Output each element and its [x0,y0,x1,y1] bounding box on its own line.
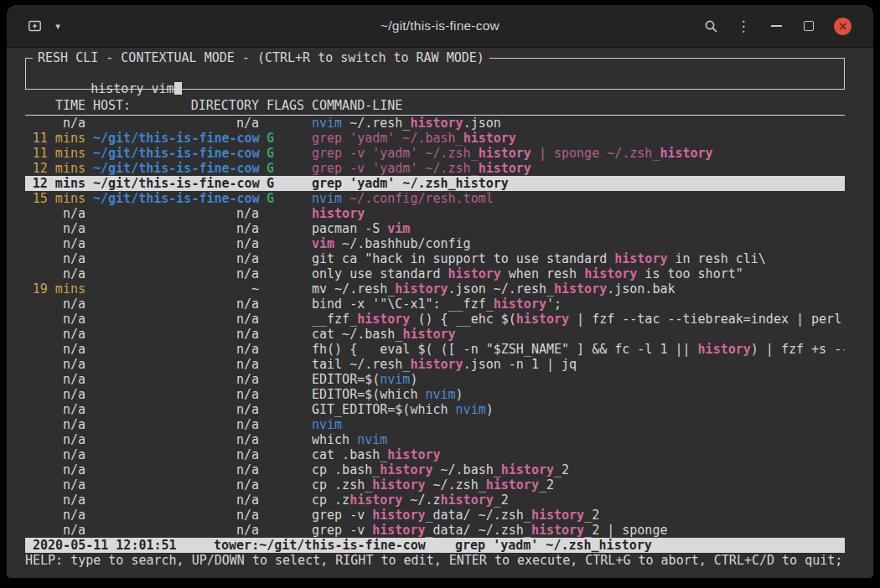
table-row[interactable]: n/an/acat ~/.bash_history [25,327,845,342]
time-cell: n/a [25,357,85,372]
table-row[interactable]: n/an/aEDITOR=$(which nvim) [25,387,845,402]
command-cell: pacman -S vim [312,221,845,236]
table-row[interactable]: n/an/acp .zsh_history ~/.zsh_history_2 [25,477,845,493]
time-cell: 11 mins [25,146,85,161]
status-bar: 2020-05-11 12:01:51 tower:~/git/this-is-… [25,538,845,553]
menu-button[interactable]: ⋮ [736,15,751,37]
table-row[interactable]: 11 mins~/git/this-is-fine-cowGgrep 'yadm… [25,131,845,146]
command-segment: ~/.z [402,493,440,508]
time-cell: n/a [25,327,85,342]
flags-cell [267,432,304,447]
command-segment: nvim [357,432,387,447]
command-cell: vim ~/.bashhub/config [312,236,845,251]
command-segment: history [349,493,402,508]
command-segment: ~/.zsh_ [425,477,485,493]
time-cell: n/a [25,523,85,538]
host-directory-cell: n/a [93,508,259,523]
command-segment: mv ~/.resh_ [312,281,395,297]
command-segment: nvim [312,417,342,432]
time-cell: n/a [25,372,85,387]
table-row[interactable]: n/an/apacman -S vim [25,221,845,236]
command-segment: grep -v 'yadm' ~/.zsh_ [312,161,479,176]
flags-cell: G [267,131,304,146]
command-cell: cp .zsh_history ~/.zsh_history_2 [312,477,845,493]
command-cell: bind -x '"\C-x1": __fzf_history'; [312,297,845,312]
table-row[interactable]: n/an/anvim [25,417,845,432]
search-input[interactable]: history vim [26,59,844,111]
table-row[interactable]: n/an/a__fzf_history () { __ehc $(history… [25,312,845,327]
table-row[interactable]: n/an/anvim ~/.resh_history.json [25,116,845,131]
close-button[interactable]: × [834,18,852,35]
time-cell: n/a [25,432,85,447]
command-cell: grep -v 'yadm' ~/.zsh_history [312,161,845,176]
command-segment: history [494,297,546,312]
host-directory-cell: ~/git/this-is-fine-cow [93,161,259,176]
resh-search-box: RESH CLI - CONTEXTUAL MODE - (CTRL+R to … [25,58,845,90]
table-row[interactable]: n/an/ahistory [25,206,845,221]
table-row[interactable]: n/an/aGIT_EDITOR=$(which nvim) [25,402,845,417]
time-cell: 15 mins [25,191,85,206]
time-cell: n/a [25,251,85,266]
status-command: grep 'yadm' ~/.zsh_history [455,538,845,553]
table-row[interactable]: n/an/awhich nvim [25,432,845,447]
flags-cell [267,281,304,297]
table-row[interactable]: n/an/aEDITOR=$(nvim) [25,372,845,387]
command-segment: history [554,281,607,297]
flags-cell [267,508,304,523]
table-row[interactable]: 15 mins~/git/this-is-fine-cowGnvim ~/.co… [25,191,845,206]
command-cell: which nvim [312,432,845,447]
command-segment: .json -n 1 | jq [463,357,577,372]
command-cell: grep 'yadm' ~/.bash_history [312,131,845,146]
command-segment: history [372,477,425,493]
table-row[interactable]: 12 mins~/git/this-is-fine-cowGgrep -v 'y… [25,161,845,176]
table-row[interactable]: n/an/acat .bash_history [25,447,845,462]
command-segment: vim [387,221,410,236]
search-button[interactable] [703,15,718,37]
flags-cell [267,402,304,417]
table-row-selected[interactable]: 12 mins~/git/this-is-fine-cowGgrep 'yadm… [25,176,845,191]
host-directory-cell: n/a [93,432,259,447]
status-host-directory: tower:~/git/this-is-fine-cow [214,538,455,553]
time-cell: n/a [25,387,85,402]
host-directory-cell: n/a [93,402,259,417]
restore-button[interactable] [801,15,816,37]
command-segment: history [479,146,531,161]
command-segment: nvim [380,372,410,387]
table-row[interactable]: n/an/abind -x '"\C-x1": __fzf_history'; [25,297,845,312]
table-row[interactable]: n/an/atail ~/.resh_history.json -n 1 | j… [25,357,845,372]
command-segment: '; [546,297,562,312]
host-directory-cell: ~/git/this-is-fine-cow [93,146,259,161]
time-cell: 11 mins [25,131,85,146]
command-cell: only use standard history when resh hist… [312,266,845,281]
table-row[interactable]: n/an/avim ~/.bashhub/config [25,236,845,251]
host-directory-cell: n/a [93,477,259,493]
command-segment: history [660,146,712,161]
command-segment: nvim [456,402,486,417]
titlebar[interactable]: ▾ ~/git/this-is-fine-cow ⋮ × [7,5,873,48]
table-row[interactable]: n/an/agrep -v history_data/ ~/.zsh_histo… [25,523,845,538]
table-row[interactable]: n/an/aonly use standard history when res… [25,266,845,281]
table-row[interactable]: 19 mins~mv ~/.resh_history.json ~/.resh_… [25,281,845,297]
table-row[interactable]: n/an/afh() { eval $( ([ -n "$ZSH_NAME" ]… [25,342,845,357]
table-row[interactable]: n/an/acp .bash_history ~/.bash_history_2 [25,462,845,477]
command-segment: _2 [539,477,554,493]
flags-cell [267,357,304,372]
host-directory-cell: n/a [93,342,259,357]
time-cell: n/a [25,493,85,508]
command-cell: grep -v history_data/ ~/.zsh_history_2 |… [312,523,845,538]
terminal-body[interactable]: RESH CLI - CONTEXTUAL MODE - (CTRL+R to … [7,48,873,578]
close-icon: × [838,19,848,33]
time-cell: n/a [25,297,85,312]
host-directory-cell: n/a [93,221,259,236]
time-cell: n/a [25,462,85,477]
table-row[interactable]: n/an/agit ca "hack in support to use sta… [25,251,845,266]
table-row[interactable]: 11 mins~/git/this-is-fine-cowGgrep -v 'y… [25,146,845,161]
minimize-button[interactable] [769,15,784,37]
host-directory-cell: ~/git/this-is-fine-cow [93,176,259,191]
table-row[interactable]: n/an/agrep -v history_data/ ~/.zsh_histo… [25,508,845,523]
command-cell: fh() { eval $( ([ -n "$ZSH_NAME" ] && fc… [312,342,845,357]
command-segment: ~/.config/resh.toml [342,191,494,206]
table-row[interactable]: n/an/acp .zhistory ~/.zhistory_2 [25,493,845,508]
time-cell: n/a [25,236,85,251]
command-segment: .json [463,116,501,131]
